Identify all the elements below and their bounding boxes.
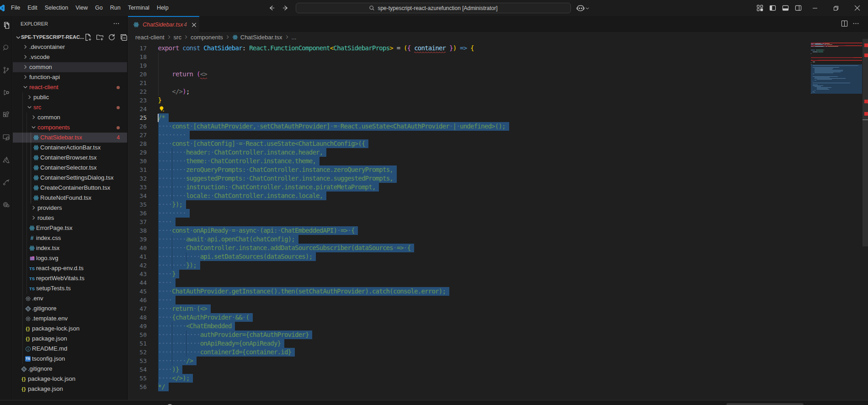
code-editor[interactable]: 17export const ChatSidebar: React.Functi… bbox=[128, 42, 811, 400]
line-number: 34 bbox=[128, 192, 147, 200]
tree-file-package-lock-json[interactable]: {}package-lock.json bbox=[13, 374, 128, 384]
toggle-secondary-sidebar-icon[interactable] bbox=[795, 5, 802, 11]
breadcrumb-item[interactable]: ... bbox=[292, 34, 297, 41]
minimap[interactable] bbox=[811, 42, 863, 400]
copilot-menu[interactable] bbox=[576, 3, 591, 13]
tree-file--env[interactable]: .env bbox=[13, 293, 128, 304]
toggle-primary-sidebar-icon[interactable] bbox=[769, 5, 776, 11]
project-section-header[interactable]: SPE-TYPESCRIPT-REAC... bbox=[13, 32, 128, 43]
tree-item-label: function-api bbox=[29, 74, 60, 80]
tree-file--template-env[interactable]: .template.env bbox=[13, 314, 128, 324]
tree-item-label: ContainerSettingsDialog.tsx bbox=[40, 174, 113, 181]
nav-back-button[interactable] bbox=[266, 3, 277, 13]
menu-view[interactable]: View bbox=[72, 0, 91, 16]
activity-deploy[interactable] bbox=[0, 173, 12, 191]
tab-bar: ChatSidebar.tsx 4 bbox=[128, 16, 868, 32]
menu-file[interactable]: File bbox=[7, 0, 24, 16]
activity-extensions[interactable] bbox=[0, 106, 12, 124]
code-line-43: ····} bbox=[158, 270, 176, 278]
lightbulb-icon[interactable] bbox=[158, 106, 165, 114]
tree-folder--vscode[interactable]: .vscode bbox=[13, 52, 128, 62]
breadcrumb-item[interactable]: ChatSidebar.tsx bbox=[240, 34, 282, 41]
breadcrumb-item[interactable]: components bbox=[191, 34, 223, 41]
tsconfig-file-icon: TS bbox=[24, 355, 32, 362]
nav-forward-button[interactable] bbox=[280, 3, 290, 13]
menu-run[interactable]: Run bbox=[107, 0, 124, 16]
svg-file-icon bbox=[28, 255, 36, 262]
tree-file--gitignore[interactable]: .gitignore bbox=[13, 364, 128, 374]
tab-close-button[interactable] bbox=[190, 21, 198, 29]
activity-spe-extension[interactable] bbox=[0, 195, 12, 213]
tree-folder-routes[interactable]: routes bbox=[13, 213, 128, 223]
tree-file-errorpage-tsx[interactable]: ErrorPage.tsx bbox=[13, 223, 128, 233]
tree-file-reportwebvitals-ts[interactable]: TSreportWebVitals.ts bbox=[13, 273, 128, 283]
close-window-button[interactable] bbox=[847, 0, 868, 16]
tree-file-package-lock-json[interactable]: {}package-lock.json bbox=[13, 324, 128, 334]
menu-help[interactable]: Help bbox=[153, 0, 172, 16]
tree-folder-common[interactable]: common bbox=[13, 62, 128, 72]
new-folder-icon[interactable] bbox=[96, 33, 104, 41]
json-file-icon: {} bbox=[24, 325, 32, 332]
tree-folder-function-api[interactable]: function-api bbox=[13, 72, 128, 82]
menu-selection[interactable]: Selection bbox=[41, 0, 72, 16]
line-number: 44 bbox=[128, 278, 147, 287]
tree-file-logo-svg[interactable]: logo.svg bbox=[13, 253, 128, 263]
tree-file-package-json[interactable]: {}package.json bbox=[13, 384, 128, 394]
editor-more-actions-icon[interactable] bbox=[852, 20, 859, 27]
bottom-panel-edge bbox=[0, 400, 868, 405]
restore-button[interactable] bbox=[825, 0, 847, 16]
tab-chatsidebar[interactable]: ChatSidebar.tsx 4 bbox=[128, 16, 199, 32]
new-file-icon[interactable] bbox=[84, 33, 92, 41]
tree-file-index-css[interactable]: #index.css bbox=[13, 233, 128, 243]
activity-search[interactable] bbox=[0, 38, 12, 57]
line-number: 43 bbox=[128, 270, 147, 278]
activity-remote-explorer[interactable] bbox=[0, 128, 12, 146]
tree-file-readme-md[interactable]: README.md bbox=[13, 344, 128, 354]
breadcrumbs: react-clientsrccomponentsChatSidebar.tsx… bbox=[128, 32, 868, 42]
breadcrumb-item[interactable]: react-client bbox=[135, 34, 165, 41]
menu-go[interactable]: Go bbox=[91, 0, 107, 16]
menu-terminal[interactable]: Terminal bbox=[124, 0, 153, 16]
activity-source-control[interactable] bbox=[0, 61, 12, 79]
tree-folder-common[interactable]: common bbox=[13, 112, 128, 123]
explorer-more-actions-button[interactable] bbox=[111, 18, 121, 28]
scrollbar-slider[interactable] bbox=[863, 39, 868, 246]
breadcrumb-separator-icon bbox=[284, 34, 290, 40]
tree-folder--devcontainer[interactable]: .devcontainer bbox=[13, 42, 128, 52]
collapse-all-icon[interactable] bbox=[120, 33, 128, 41]
activity-explorer[interactable] bbox=[0, 16, 12, 34]
tree-folder-providers[interactable]: providers bbox=[13, 203, 128, 213]
scrollbar-overview-ruler[interactable] bbox=[863, 42, 868, 400]
tree-item-label: components bbox=[37, 124, 70, 131]
code-line-47: ····return·(<> bbox=[158, 304, 208, 313]
command-center-search[interactable]: spe-typescript-react-azurefunction [Admi… bbox=[296, 3, 571, 13]
react-file-icon bbox=[28, 245, 36, 252]
refresh-icon[interactable] bbox=[108, 33, 116, 41]
line-number: 51 bbox=[128, 339, 147, 348]
tree-item-label: src bbox=[33, 104, 41, 111]
problems-dot-badge bbox=[117, 126, 120, 129]
tree-file-tsconfig-json[interactable]: TStsconfig.json bbox=[13, 354, 128, 364]
gear-file-icon bbox=[24, 315, 32, 322]
menu-edit[interactable]: Edit bbox=[24, 0, 41, 16]
activity-run-debug[interactable] bbox=[0, 83, 12, 101]
customize-layout-icon[interactable] bbox=[756, 5, 763, 11]
activity-azure[interactable] bbox=[0, 150, 12, 169]
tree-folder-react-client[interactable]: react-client bbox=[13, 82, 128, 92]
tree-file-index-tsx[interactable]: index.tsx bbox=[13, 243, 128, 253]
tree-file-setuptests-ts[interactable]: TSsetupTests.ts bbox=[13, 283, 128, 293]
minimize-button[interactable] bbox=[804, 0, 825, 16]
tree-folder-components[interactable]: components bbox=[13, 123, 128, 133]
panel-scrollbar-thumb[interactable] bbox=[726, 403, 804, 405]
split-editor-icon[interactable] bbox=[841, 20, 848, 27]
tree-folder-public[interactable]: public bbox=[13, 92, 128, 102]
toggle-panel-icon[interactable] bbox=[782, 5, 789, 11]
code-line-35: ····}); bbox=[158, 200, 183, 209]
tree-file-react-app-env-d-ts[interactable]: TSreact-app-env.d.ts bbox=[13, 263, 128, 273]
tree-folder-src[interactable]: src bbox=[13, 102, 128, 112]
breadcrumb-item[interactable]: src bbox=[174, 34, 181, 41]
code-line-49: ········<ChatEmbedded bbox=[158, 322, 232, 330]
tree-file-package-json[interactable]: {}package.json bbox=[13, 334, 128, 344]
tree-file--gitignore[interactable]: .gitignore bbox=[13, 304, 128, 314]
line-number: 24 bbox=[128, 105, 147, 113]
